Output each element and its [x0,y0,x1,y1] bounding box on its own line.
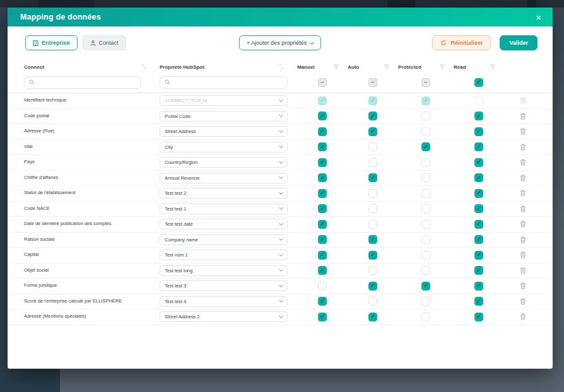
hubspot-property-select[interactable]: Street Address 2 [160,311,288,322]
column-header-read[interactable]: Read [454,64,504,70]
read-checkbox[interactable]: ✓ [474,282,483,291]
tab-entreprise[interactable]: Entreprise [25,35,78,50]
auto-checkbox[interactable]: ✓ [368,251,377,260]
hubspot-property-select[interactable]: Test test 1 [160,204,288,214]
sort-icon[interactable] [279,64,283,69]
manuel-checkbox[interactable]: ✓ [318,189,327,198]
manuel-checkbox[interactable]: ✓ [318,112,327,120]
protected-checkbox[interactable] [421,251,430,260]
hubspot-property-select[interactable]: Test test 4 [160,296,288,307]
read-checkbox[interactable]: ✓ [474,220,483,229]
delete-row-icon[interactable] [504,128,542,135]
column-header-protected[interactable]: Protected [398,64,454,70]
manuel-checkbox[interactable]: ✓ [318,235,327,244]
connect-search-field[interactable] [24,76,141,89]
read-checkbox[interactable]: ✓ [474,112,483,120]
filter-icon[interactable] [440,64,445,69]
manuel-checkbox[interactable]: ✓ [318,158,327,167]
hubspot-search-input[interactable] [173,79,283,85]
delete-row-icon[interactable] [504,221,542,228]
hubspot-property-select[interactable]: City [160,142,288,153]
protected-checkbox[interactable] [421,313,430,321]
column-header-manuel[interactable]: Manuel [297,64,348,70]
close-icon[interactable]: × [534,13,543,22]
auto-checkbox[interactable]: ✓ [368,235,377,244]
auto-checkbox[interactable]: ✓ [368,127,377,136]
delete-row-icon[interactable] [504,282,542,289]
filter-icon[interactable] [384,64,389,69]
read-checkbox[interactable]: ✓ [474,173,483,182]
read-checkbox[interactable]: ✓ [474,266,483,275]
auto-checkbox[interactable] [368,204,377,213]
protected-filter-checkbox[interactable]: − [421,78,430,87]
protected-checkbox[interactable] [421,158,430,167]
hubspot-property-select[interactable]: Test test 3 [160,280,288,291]
read-checkbox[interactable]: ✓ [474,297,483,306]
connect-search-input[interactable] [38,79,136,85]
hubspot-property-select[interactable]: Annual Revenue [160,173,288,183]
hubspot-property-select[interactable]: Postal Code [160,111,288,122]
protected-checkbox[interactable]: ✓ [421,282,430,291]
sort-icon[interactable] [141,64,146,69]
column-header-auto[interactable]: Auto [348,64,398,70]
hubspot-property-select[interactable]: Country/Region [160,157,288,168]
read-checkbox[interactable]: ✓ [474,189,483,198]
auto-checkbox[interactable]: ✓ [368,112,377,120]
hubspot-property-select[interactable]: Test test 2 [160,188,288,199]
read-checkbox[interactable]: ✓ [474,142,483,151]
filter-icon[interactable] [490,64,495,69]
read-checkbox[interactable]: ✓ [474,158,483,167]
delete-row-icon[interactable] [504,113,542,120]
manuel-checkbox[interactable]: ✓ [318,251,327,260]
delete-row-icon[interactable] [504,236,542,243]
hubspot-property-select[interactable]: Test num 1 [160,250,288,260]
delete-row-icon[interactable] [504,267,542,274]
delete-row-icon[interactable] [504,159,542,166]
delete-row-icon[interactable] [504,313,542,320]
auto-checkbox[interactable]: ✓ [368,313,377,321]
protected-checkbox[interactable] [421,220,430,229]
delete-row-icon[interactable] [504,175,542,182]
auto-checkbox[interactable]: ✓ [368,282,377,291]
delete-row-icon[interactable] [504,190,542,197]
read-filter-checkbox[interactable]: ✓ [474,78,483,87]
read-checkbox[interactable]: ✓ [474,313,483,321]
protected-checkbox[interactable] [421,297,430,306]
protected-checkbox[interactable] [421,204,430,213]
manuel-checkbox[interactable]: ✓ [318,173,327,182]
manuel-checkbox[interactable]: ✓ [318,127,327,136]
tab-contact[interactable]: Contact [83,35,126,50]
manuel-checkbox[interactable] [318,282,327,291]
delete-row-icon[interactable] [504,205,542,212]
add-properties-button[interactable]: + Ajouter des propriétés [239,35,321,50]
hubspot-property-select[interactable]: Test test date [160,219,288,229]
manuel-filter-checkbox[interactable]: − [318,78,327,87]
auto-checkbox[interactable]: ✓ [368,173,377,182]
hubspot-search-field[interactable] [160,76,288,89]
protected-checkbox[interactable]: ✓ [421,142,430,151]
read-checkbox[interactable]: ✓ [474,204,483,213]
auto-checkbox[interactable] [368,142,377,151]
read-checkbox[interactable]: ✓ [474,235,483,244]
delete-row-icon[interactable] [504,144,542,151]
auto-filter-checkbox[interactable]: − [368,78,377,87]
manuel-checkbox[interactable]: ✓ [318,266,327,275]
delete-row-icon[interactable] [504,251,542,258]
manuel-checkbox[interactable]: ✓ [318,142,327,151]
protected-checkbox[interactable] [421,235,430,244]
manuel-checkbox[interactable]: ✓ [318,220,327,229]
read-checkbox[interactable]: ✓ [474,127,483,136]
hubspot-property-select[interactable]: Street Address [160,126,288,137]
validate-button[interactable]: Valider [500,35,538,50]
read-checkbox[interactable]: ✓ [474,251,483,260]
column-header-connect[interactable]: Connect [24,64,160,70]
auto-checkbox[interactable] [368,189,377,198]
auto-checkbox[interactable] [368,266,377,275]
manuel-checkbox[interactable]: ✓ [318,313,327,321]
protected-checkbox[interactable] [421,127,430,136]
hubspot-property-select[interactable]: Company name [160,234,288,245]
protected-checkbox[interactable] [421,266,430,275]
reset-button[interactable]: Réinitialiser [432,35,491,50]
hubspot-property-select[interactable]: Test test long [160,265,288,276]
manuel-checkbox[interactable]: ✓ [318,204,327,213]
